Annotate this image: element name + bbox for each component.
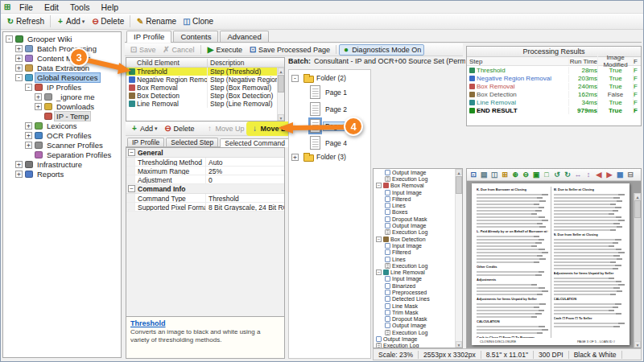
tree-expander-icon[interactable]: − — [376, 237, 382, 242]
property-value[interactable]: 0 — [206, 175, 284, 183]
results-row[interactable]: Line Removal34msTrueF — [467, 98, 641, 106]
pan-icon[interactable]: ↔ — [573, 170, 583, 180]
results-col-extra[interactable]: F — [633, 58, 641, 65]
cancel-button[interactable]: ✗Cancel — [159, 44, 198, 56]
menu-file[interactable]: File — [14, 2, 39, 13]
menu-edit[interactable]: Edit — [39, 2, 64, 13]
move-up-button[interactable]: ↑Move Up — [203, 123, 248, 134]
collapse-icon[interactable]: − — [128, 149, 135, 156]
measure-icon[interactable]: ↕ — [584, 170, 593, 180]
zoom-fit-icon[interactable]: ▣ — [531, 170, 541, 180]
property-value[interactable]: 8 Bit Grayscale, 24 Bit RGB, 32 Bit R — [206, 203, 284, 211]
batch-selector[interactable]: Batch:Consultant - IP and OCR+00 Source … — [288, 57, 465, 68]
nav-tree-item[interactable]: +Downloads — [3, 101, 121, 111]
scroll-up-icon[interactable]: ▲ — [634, 193, 641, 200]
diagnostics-tree-item[interactable]: −Box Detection — [374, 236, 455, 242]
batch-folder-row[interactable]: +Folder (3) — [289, 151, 370, 162]
menu-tools[interactable]: Tools — [64, 2, 96, 13]
nav-tree-item[interactable]: +Batch Processing — [3, 43, 121, 53]
diagnostics-tree-item[interactable]: Execution Log — [374, 343, 455, 348]
diagnostics-tree-item[interactable]: Dropout Mask — [374, 216, 455, 222]
scroll-track[interactable] — [634, 219, 641, 341]
diagnostics-tree-item[interactable]: Line Mask — [374, 302, 455, 309]
property-category[interactable]: −General — [126, 148, 284, 158]
diagnostics-tree-item[interactable]: Output Image — [374, 323, 455, 329]
nav-tree-item[interactable]: +OCR Profiles — [3, 130, 121, 140]
tree-expander-icon[interactable]: + — [35, 103, 42, 110]
results-row[interactable]: Threshold28msTrueF — [467, 66, 641, 74]
results-row[interactable]: END RESULT979msTrueF — [467, 106, 641, 114]
nav-tree-item[interactable]: +Content Models — [3, 53, 121, 63]
tree-expander-icon[interactable]: − — [376, 269, 382, 275]
nav-tree-item[interactable]: Separation Profiles — [3, 150, 121, 159]
diagnostics-tree-item[interactable]: Input Image — [374, 242, 455, 249]
collapse-icon[interactable]: − — [128, 185, 135, 192]
diagnostics-tree-item[interactable]: Trim Mask — [374, 309, 455, 315]
refresh-button[interactable]: ↻Refresh — [3, 15, 47, 27]
menu-help[interactable]: Help — [96, 2, 125, 13]
tree-expander-icon[interactable]: - — [25, 84, 32, 91]
property-row[interactable]: Maximum Range25% — [126, 167, 284, 175]
scroll-thumb[interactable] — [634, 200, 641, 218]
tree-expander-icon[interactable]: - — [15, 74, 23, 81]
diagnostics-tree-item[interactable]: Filtered — [374, 195, 455, 202]
batch-page-row[interactable]: Page 3 — [289, 117, 370, 134]
scroll-down-icon[interactable]: ▼ — [456, 341, 462, 348]
property-row[interactable]: Supported Pixel Formats8 Bit Grayscale, … — [126, 203, 284, 212]
execute-button[interactable]: ▶Execute — [204, 44, 246, 56]
diagnostics-tree-item[interactable]: −Line Removal — [374, 269, 455, 275]
tab-ip-profile[interactable]: IP Profile — [126, 31, 171, 43]
diagnostics-tree-item[interactable]: Output Image — [374, 222, 455, 228]
prop-tab-selected-step[interactable]: Selected Step — [166, 138, 218, 146]
batch-page-row[interactable]: Page 2 — [289, 101, 370, 117]
actual-size-icon[interactable]: □ — [542, 170, 551, 180]
nav-tree-item[interactable]: +Data Extraction — [3, 63, 121, 72]
scroll-thumb[interactable] — [456, 176, 462, 194]
save-button[interactable]: ⊡Save — [126, 44, 159, 56]
property-category[interactable]: −Command Info — [126, 184, 284, 194]
property-row[interactable]: Command TypeThreshold — [126, 194, 284, 203]
tree-expander-icon[interactable]: + — [15, 45, 23, 52]
diagnostics-tree-item[interactable]: −Box Removal — [374, 183, 455, 189]
diagnostics-tree-item[interactable]: Input Image — [374, 189, 455, 195]
diagnostics-tree-item[interactable]: Filtered — [374, 249, 455, 256]
diagnostics-tree-item[interactable]: Execution Log — [374, 229, 455, 236]
results-col-runtime[interactable]: Run Time — [568, 58, 597, 65]
diagnostics-tree-item[interactable]: Lines — [374, 202, 455, 208]
results-row[interactable]: Box Removal240msTrueF — [467, 82, 641, 90]
tree-expander-icon[interactable]: + — [25, 142, 32, 149]
nav-tree-item[interactable]: +Reports — [3, 169, 121, 179]
settings-icon[interactable]: ⊟ — [625, 170, 635, 180]
delete-step-button[interactable]: ⊖Delete — [161, 123, 198, 134]
nav-tree-item[interactable]: +_ignore me — [3, 92, 121, 101]
diagnostics-tree-item[interactable]: Dropout Mask — [374, 316, 455, 323]
diagnostics-tree-item[interactable]: Boxes — [374, 209, 455, 216]
rotate-left-icon[interactable]: ↺ — [552, 170, 562, 180]
child-element-row[interactable]: Negative Region RemovalStep (Negative Re… — [126, 76, 284, 84]
nav-tree-item[interactable]: +Scanner Profiles — [3, 140, 121, 150]
tree-expander-icon[interactable]: + — [25, 122, 32, 130]
first-page-icon[interactable]: ◀ — [594, 170, 604, 180]
scroll-up-icon[interactable]: ▲ — [456, 169, 462, 175]
property-value[interactable]: 25% — [206, 167, 284, 175]
nav-tree-item[interactable]: +Infrastructure — [3, 159, 121, 169]
diagnostics-mode-button[interactable]: ●Diagnostics Mode On — [339, 44, 424, 56]
diagnostics-tree-item[interactable]: Output Image — [374, 335, 455, 342]
print-icon[interactable]: ▤ — [479, 170, 489, 180]
save-processed-page-button[interactable]: ⊡Save Processed Page — [246, 44, 333, 56]
scroll-track[interactable] — [278, 93, 284, 114]
tree-expander-icon[interactable]: + — [25, 132, 32, 139]
results-row[interactable]: Box Detection162msFalseF — [467, 90, 641, 98]
delete-button[interactable]: ⊖Delete — [88, 15, 127, 27]
nav-tree-item[interactable]: -Grooper Wiki — [3, 34, 121, 43]
diagnostics-tree-item[interactable]: Detected Lines — [374, 296, 455, 302]
tree-expander-icon[interactable]: + — [15, 171, 23, 178]
save-icon[interactable]: ⊡ — [469, 170, 478, 180]
diagnostics-tree-item[interactable]: Lines — [374, 256, 455, 262]
add-button[interactable]: +Add▾ — [53, 15, 88, 27]
property-value[interactable]: Threshold — [206, 194, 284, 202]
nav-tree-item[interactable]: -Global Resources — [3, 72, 121, 82]
diagnostics-scrollbar[interactable]: ▲▼ — [455, 169, 462, 348]
clone-button[interactable]: ◫Clone — [180, 15, 217, 27]
tree-expander-icon[interactable]: + — [35, 93, 42, 101]
